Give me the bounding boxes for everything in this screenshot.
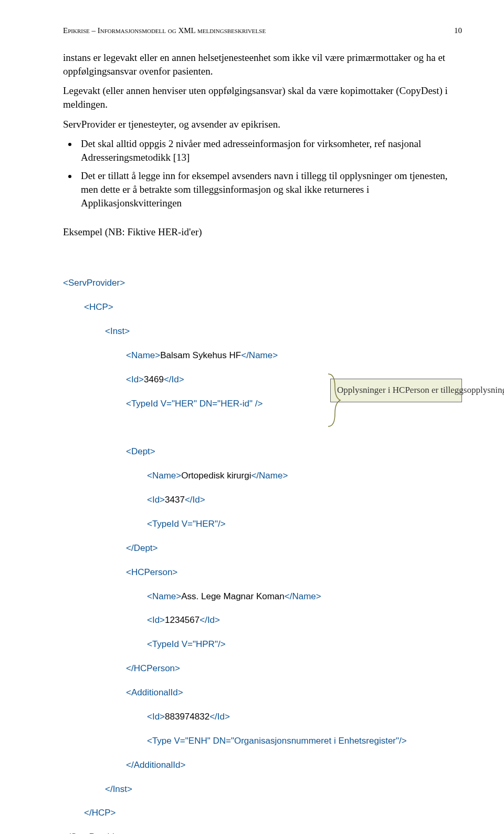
xml-line: <Dept> (126, 446, 155, 456)
xml-line: <TypeId V="HER" DN="HER-id" /> (126, 399, 262, 409)
xml-line: <HCPerson> (126, 567, 177, 577)
xml-line: <TypeId V="HER"/> (147, 519, 226, 529)
xml-line: <Id> (126, 374, 144, 384)
callout-box: Opplysninger i HCPerson er tilleggsopply… (330, 379, 462, 402)
page-number: 10 (454, 26, 462, 35)
xml-text: 3469 (144, 374, 164, 384)
xml-text: Balsam Sykehus HF (160, 350, 241, 360)
xml-line: </AdditionalId> (126, 760, 185, 770)
xml-line: <Id> (147, 712, 165, 722)
xml-line: </Id> (209, 712, 230, 722)
header-title: Epikrise – Informasjonsmodell og XML mel… (63, 26, 266, 35)
bullet-1: Det skal alltid oppgis 2 nivåer med adre… (78, 137, 462, 164)
xml-line: </ServProvider> (63, 832, 128, 834)
xml-example: Opplysninger i HCPerson er tilleggsopply… (63, 241, 462, 834)
xml-line: <Inst> (105, 326, 130, 336)
xml-line: </Name> (251, 471, 288, 481)
xml-line: <Name> (126, 350, 160, 360)
xml-line: <AdditionalId> (126, 687, 183, 697)
xml-text: 1234567 (165, 615, 200, 625)
bullet-2: Det er tillatt å legge inn for eksempel … (78, 169, 462, 210)
xml-line: <Id> (147, 615, 165, 625)
xml-line: <HCP> (84, 302, 113, 312)
xml-line: </Name> (285, 591, 321, 601)
paragraph-2: Legevakt (eller annen henviser uten oppf… (63, 84, 462, 111)
xml-line: <ServProvider> (63, 278, 125, 288)
paragraph-1: instans er legevakt eller en annen helse… (63, 51, 462, 78)
xml-line: </Id> (200, 615, 220, 625)
xml-line: </Dept> (126, 543, 158, 553)
xml-line: <Name> (147, 471, 181, 481)
xml-line: </Name> (241, 350, 278, 360)
example-heading: Eksempel (NB: Fiktive HER-id'er) (63, 226, 462, 238)
xml-text: Ortopedisk kirurgi (181, 471, 251, 481)
xml-line: <Name> (147, 591, 181, 601)
xml-line: <Id> (147, 495, 165, 505)
xml-text: 883974832 (165, 712, 209, 722)
xml-line: </Id> (185, 495, 205, 505)
xml-line: <TypeId V="HPR"/> (147, 639, 226, 649)
xml-line: </HCP> (84, 808, 116, 818)
paragraph-3: ServProvider er tjenesteyter, og avsende… (63, 118, 462, 131)
xml-line: </HCPerson> (126, 663, 180, 673)
xml-line: </Id> (164, 374, 184, 384)
xml-line: </Inst> (105, 784, 132, 794)
xml-line: <Type V="ENH" DN="Organisasjonsnummeret … (147, 736, 407, 746)
xml-text: Ass. Lege Magnar Koman (181, 591, 285, 601)
xml-text: 3437 (165, 495, 185, 505)
